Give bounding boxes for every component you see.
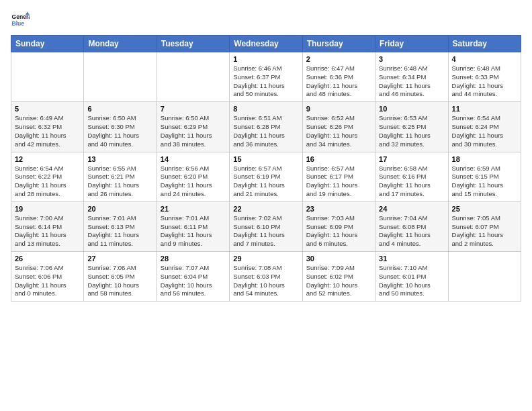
day-info: Sunrise: 7:06 AM Sunset: 6:05 PM Dayligh…	[87, 264, 152, 298]
day-info: Sunrise: 6:57 AM Sunset: 6:17 PM Dayligh…	[306, 165, 371, 199]
weekday-header: Thursday	[302, 36, 375, 52]
day-number: 7	[161, 105, 226, 113]
calendar-cell: 21Sunrise: 7:01 AM Sunset: 6:11 PM Dayli…	[157, 201, 229, 251]
day-number: 16	[306, 155, 371, 163]
calendar-cell: 14Sunrise: 6:56 AM Sunset: 6:20 PM Dayli…	[157, 152, 229, 201]
day-number: 30	[306, 255, 371, 263]
day-info: Sunrise: 6:54 AM Sunset: 6:24 PM Dayligh…	[452, 114, 517, 148]
logo-icon: General Blue	[11, 11, 30, 30]
day-info: Sunrise: 6:56 AM Sunset: 6:20 PM Dayligh…	[161, 165, 226, 199]
day-info: Sunrise: 6:53 AM Sunset: 6:25 PM Dayligh…	[379, 114, 444, 148]
svg-text:Blue: Blue	[12, 20, 25, 27]
calendar-cell: 22Sunrise: 7:02 AM Sunset: 6:10 PM Dayli…	[230, 201, 302, 251]
page-header: General Blue	[11, 11, 521, 30]
day-info: Sunrise: 6:50 AM Sunset: 6:29 PM Dayligh…	[161, 114, 226, 148]
calendar-cell: 2Sunrise: 6:47 AM Sunset: 6:36 PM Daylig…	[302, 52, 375, 102]
day-number: 4	[452, 55, 517, 63]
calendar-cell: 1Sunrise: 6:46 AM Sunset: 6:37 PM Daylig…	[230, 52, 302, 102]
calendar-cell: 4Sunrise: 6:48 AM Sunset: 6:33 PM Daylig…	[448, 52, 521, 102]
calendar-cell: 11Sunrise: 6:54 AM Sunset: 6:24 PM Dayli…	[448, 102, 521, 152]
calendar-cell: 26Sunrise: 7:06 AM Sunset: 6:06 PM Dayli…	[11, 252, 84, 302]
weekday-header: Tuesday	[157, 36, 229, 52]
day-info: Sunrise: 7:07 AM Sunset: 6:04 PM Dayligh…	[161, 264, 226, 298]
day-info: Sunrise: 7:08 AM Sunset: 6:03 PM Dayligh…	[233, 264, 298, 298]
day-number: 6	[87, 105, 152, 113]
day-number: 9	[306, 105, 371, 113]
calendar-cell: 9Sunrise: 6:52 AM Sunset: 6:26 PM Daylig…	[302, 102, 375, 152]
calendar-cell: 10Sunrise: 6:53 AM Sunset: 6:25 PM Dayli…	[375, 102, 448, 152]
calendar-week-row: 5Sunrise: 6:49 AM Sunset: 6:32 PM Daylig…	[11, 102, 521, 152]
calendar-week-row: 19Sunrise: 7:00 AM Sunset: 6:14 PM Dayli…	[11, 201, 521, 251]
weekday-header: Wednesday	[230, 36, 302, 52]
calendar-cell: 18Sunrise: 6:59 AM Sunset: 6:15 PM Dayli…	[448, 152, 521, 201]
day-info: Sunrise: 7:09 AM Sunset: 6:02 PM Dayligh…	[306, 264, 371, 298]
logo: General Blue	[11, 11, 30, 30]
calendar-cell: 17Sunrise: 6:58 AM Sunset: 6:16 PM Dayli…	[375, 152, 448, 201]
day-info: Sunrise: 7:00 AM Sunset: 6:14 PM Dayligh…	[15, 214, 80, 248]
day-info: Sunrise: 6:50 AM Sunset: 6:30 PM Dayligh…	[87, 114, 152, 148]
calendar-header-row: SundayMondayTuesdayWednesdayThursdayFrid…	[11, 36, 521, 52]
calendar-cell: 20Sunrise: 7:01 AM Sunset: 6:13 PM Dayli…	[84, 201, 157, 251]
calendar-cell: 12Sunrise: 6:54 AM Sunset: 6:22 PM Dayli…	[11, 152, 84, 201]
day-number: 22	[233, 205, 298, 213]
day-number: 3	[379, 55, 444, 63]
calendar-cell	[11, 52, 84, 102]
day-number: 29	[233, 255, 298, 263]
day-number: 24	[379, 205, 444, 213]
calendar-cell: 7Sunrise: 6:50 AM Sunset: 6:29 PM Daylig…	[157, 102, 229, 152]
day-number: 19	[15, 205, 80, 213]
calendar-cell	[157, 52, 229, 102]
calendar-cell	[84, 52, 157, 102]
day-info: Sunrise: 7:05 AM Sunset: 6:07 PM Dayligh…	[452, 214, 517, 248]
day-number: 27	[87, 255, 152, 263]
day-number: 10	[379, 105, 444, 113]
calendar-cell: 23Sunrise: 7:03 AM Sunset: 6:09 PM Dayli…	[302, 201, 375, 251]
day-info: Sunrise: 7:02 AM Sunset: 6:10 PM Dayligh…	[233, 214, 298, 248]
calendar-cell: 19Sunrise: 7:00 AM Sunset: 6:14 PM Dayli…	[11, 201, 84, 251]
day-number: 8	[233, 105, 298, 113]
day-number: 18	[452, 155, 517, 163]
day-number: 5	[15, 105, 80, 113]
day-info: Sunrise: 6:48 AM Sunset: 6:33 PM Dayligh…	[452, 64, 517, 99]
weekday-header: Monday	[84, 36, 157, 52]
day-info: Sunrise: 7:03 AM Sunset: 6:09 PM Dayligh…	[306, 214, 371, 248]
day-number: 26	[15, 255, 80, 263]
calendar-cell: 31Sunrise: 7:10 AM Sunset: 6:01 PM Dayli…	[375, 252, 448, 302]
day-info: Sunrise: 7:06 AM Sunset: 6:06 PM Dayligh…	[15, 264, 80, 298]
day-info: Sunrise: 7:01 AM Sunset: 6:13 PM Dayligh…	[87, 214, 152, 248]
day-number: 20	[87, 205, 152, 213]
calendar-week-row: 12Sunrise: 6:54 AM Sunset: 6:22 PM Dayli…	[11, 152, 521, 201]
day-number: 21	[161, 205, 226, 213]
day-number: 14	[161, 155, 226, 163]
day-number: 15	[233, 155, 298, 163]
day-info: Sunrise: 7:01 AM Sunset: 6:11 PM Dayligh…	[161, 214, 226, 248]
calendar-week-row: 26Sunrise: 7:06 AM Sunset: 6:06 PM Dayli…	[11, 252, 521, 302]
calendar-cell: 28Sunrise: 7:07 AM Sunset: 6:04 PM Dayli…	[157, 252, 229, 302]
weekday-header: Sunday	[11, 36, 84, 52]
calendar-cell: 8Sunrise: 6:51 AM Sunset: 6:28 PM Daylig…	[230, 102, 302, 152]
day-number: 31	[379, 255, 444, 263]
calendar-cell: 25Sunrise: 7:05 AM Sunset: 6:07 PM Dayli…	[448, 201, 521, 251]
day-number: 13	[87, 155, 152, 163]
calendar-cell: 6Sunrise: 6:50 AM Sunset: 6:30 PM Daylig…	[84, 102, 157, 152]
day-number: 17	[379, 155, 444, 163]
calendar-cell: 24Sunrise: 7:04 AM Sunset: 6:08 PM Dayli…	[375, 201, 448, 251]
day-info: Sunrise: 6:58 AM Sunset: 6:16 PM Dayligh…	[379, 165, 444, 199]
day-info: Sunrise: 6:49 AM Sunset: 6:32 PM Dayligh…	[15, 114, 80, 148]
day-number: 23	[306, 205, 371, 213]
day-info: Sunrise: 6:46 AM Sunset: 6:37 PM Dayligh…	[233, 64, 298, 99]
day-info: Sunrise: 6:59 AM Sunset: 6:15 PM Dayligh…	[452, 165, 517, 199]
weekday-header: Friday	[375, 36, 448, 52]
day-number: 1	[233, 55, 298, 63]
day-info: Sunrise: 7:10 AM Sunset: 6:01 PM Dayligh…	[379, 264, 444, 298]
day-info: Sunrise: 6:57 AM Sunset: 6:19 PM Dayligh…	[233, 165, 298, 199]
calendar-cell: 30Sunrise: 7:09 AM Sunset: 6:02 PM Dayli…	[302, 252, 375, 302]
day-number: 11	[452, 105, 517, 113]
calendar-cell: 15Sunrise: 6:57 AM Sunset: 6:19 PM Dayli…	[230, 152, 302, 201]
day-info: Sunrise: 6:51 AM Sunset: 6:28 PM Dayligh…	[233, 114, 298, 148]
day-info: Sunrise: 6:48 AM Sunset: 6:34 PM Dayligh…	[379, 64, 444, 99]
calendar-table: SundayMondayTuesdayWednesdayThursdayFrid…	[11, 35, 521, 302]
calendar-cell	[448, 252, 521, 302]
calendar-cell: 29Sunrise: 7:08 AM Sunset: 6:03 PM Dayli…	[230, 252, 302, 302]
day-number: 12	[15, 155, 80, 163]
